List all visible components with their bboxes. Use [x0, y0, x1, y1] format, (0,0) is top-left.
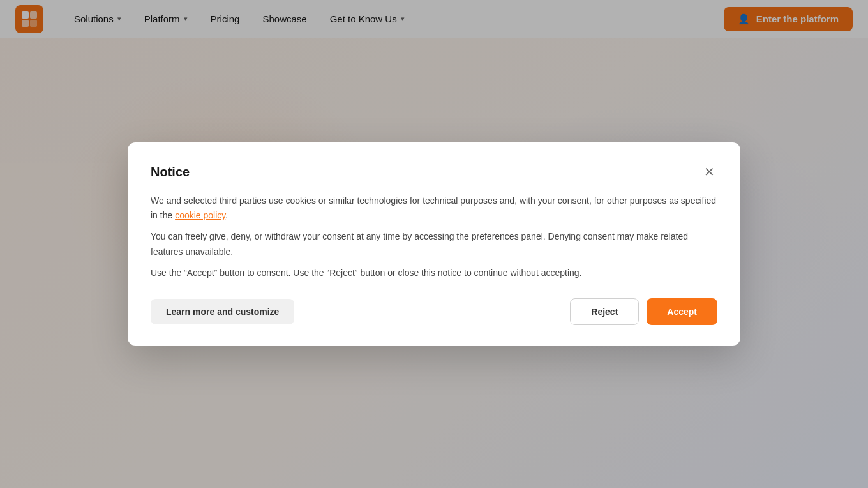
- accept-button[interactable]: Accept: [647, 298, 717, 325]
- notice-body: We and selected third parties use cookie…: [151, 194, 717, 280]
- notice-body-text-3: Use the “Accept” button to consent. Use …: [151, 268, 581, 278]
- notice-header: Notice ✕: [151, 163, 717, 181]
- cookie-policy-link-text: cookie policy: [175, 210, 225, 220]
- accept-label: Accept: [667, 307, 697, 317]
- reject-button[interactable]: Reject: [570, 298, 639, 325]
- learn-more-label: Learn more and customize: [166, 307, 279, 317]
- notice-actions: Learn more and customize Reject Accept: [151, 298, 717, 325]
- notice-body-paragraph-1: We and selected third parties use cookie…: [151, 194, 717, 223]
- learn-more-button[interactable]: Learn more and customize: [151, 299, 294, 324]
- notice-title: Notice: [151, 165, 190, 179]
- notice-body-text-2: You can freely give, deny, or withdraw y…: [151, 231, 688, 256]
- notice-body-paragraph-3: Use the “Accept” button to consent. Use …: [151, 266, 717, 280]
- notice-body-text-1: We and selected third parties use cookie…: [151, 195, 716, 220]
- notice-body-paragraph-2: You can freely give, deny, or withdraw y…: [151, 229, 717, 259]
- cookie-policy-link[interactable]: cookie policy: [175, 210, 225, 220]
- notice-dialog: Notice ✕ We and selected third parties u…: [128, 142, 740, 345]
- notice-overlay: Notice ✕ We and selected third parties u…: [0, 0, 868, 488]
- reject-label: Reject: [591, 307, 618, 317]
- notice-close-button[interactable]: ✕: [701, 163, 717, 181]
- notice-button-group: Reject Accept: [570, 298, 717, 325]
- close-icon: ✕: [704, 165, 715, 178]
